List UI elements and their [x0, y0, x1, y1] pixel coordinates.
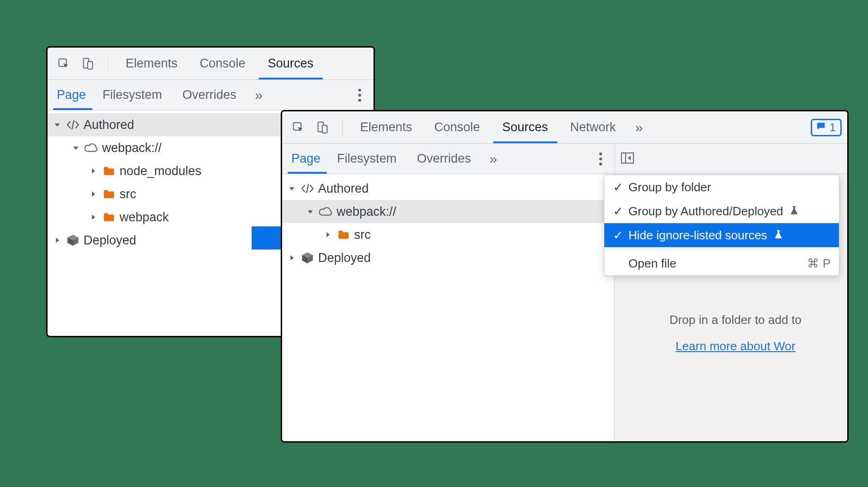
- svg-point-11: [599, 157, 602, 160]
- disclosure-closed-icon: [287, 253, 297, 263]
- disclosure-closed-icon: [52, 235, 62, 245]
- kebab-menu-icon[interactable]: [590, 148, 612, 170]
- tree-label: Authored: [84, 118, 134, 132]
- subtab-filesystem[interactable]: Filesystem: [92, 80, 172, 110]
- tab-network[interactable]: Network: [559, 111, 627, 143]
- tab-label: Sources: [268, 56, 313, 71]
- folder-icon: [102, 187, 116, 201]
- svg-rect-2: [88, 61, 93, 69]
- disclosure-open-icon: [287, 183, 297, 194]
- subtab-overrides[interactable]: Overrides: [172, 80, 247, 110]
- file-tree: Authored webpack:// src Deployed: [282, 174, 615, 441]
- speech-bubble-icon: [816, 121, 826, 134]
- tab-console[interactable]: Console: [189, 48, 257, 79]
- subtab-page[interactable]: Page: [53, 80, 92, 110]
- subtab-filesystem[interactable]: Filesystem: [327, 144, 407, 174]
- drop-hint-text: Drop in a folder to add to: [633, 313, 838, 327]
- device-toggle-icon[interactable]: [77, 53, 98, 74]
- tab-elements[interactable]: Elements: [115, 48, 189, 79]
- ctx-item-open-file[interactable]: Open file ⌘ P: [604, 251, 839, 275]
- more-tabs-icon[interactable]: »: [481, 152, 506, 166]
- inspect-icon[interactable]: [288, 117, 309, 138]
- tab-label: Elements: [126, 56, 178, 71]
- subtab-label: Filesystem: [337, 152, 397, 166]
- tab-label: Console: [200, 56, 246, 71]
- tab-label: Console: [434, 120, 480, 134]
- ctx-item-group-by-authored[interactable]: ✓ Group by Authored/Deployed: [604, 199, 839, 223]
- ctx-item-hide-ignore-listed[interactable]: ✓ Hide ignore-listed sources: [604, 223, 839, 247]
- kebab-menu-icon[interactable]: [349, 84, 371, 106]
- main-tabbar: Elements Console Sources Network » 1: [282, 111, 847, 144]
- link-text: Learn more about Wor: [675, 339, 796, 353]
- tree-label: webpack: [120, 210, 169, 225]
- tab-sources[interactable]: Sources: [491, 111, 559, 143]
- tab-console[interactable]: Console: [423, 111, 491, 143]
- ctx-label: Group by Authored/Deployed: [628, 204, 783, 219]
- tree-label: node_modules: [120, 164, 201, 178]
- disclosure-open-icon: [305, 207, 315, 217]
- main-tabbar: Elements Console Sources: [48, 48, 374, 80]
- svg-rect-9: [322, 125, 327, 133]
- subtab-label: Page: [291, 152, 320, 166]
- tab-label: Sources: [502, 120, 548, 134]
- experiment-flask-icon: [790, 204, 799, 219]
- svg-line-15: [307, 184, 308, 193]
- disclosure-open-icon: [71, 143, 81, 153]
- code-icon: [301, 182, 314, 195]
- disclosure-closed-icon: [88, 166, 98, 176]
- subtab-label: Overrides: [182, 88, 236, 102]
- disclosure-closed-icon: [323, 230, 333, 240]
- svg-point-3: [358, 89, 361, 91]
- tab-elements[interactable]: Elements: [349, 111, 423, 143]
- sources-subtabbar: Page Filesystem Overrides »: [282, 144, 615, 174]
- folder-icon: [337, 228, 350, 242]
- ctx-label: Hide ignore-listed sources: [628, 228, 767, 243]
- ctx-item-group-by-folder[interactable]: ✓ Group by folder: [604, 175, 839, 199]
- code-icon: [66, 118, 80, 132]
- editor-toolbar: [615, 144, 847, 174]
- check-icon: ✓: [613, 228, 624, 243]
- svg-point-10: [599, 152, 602, 155]
- tree-node-folder[interactable]: src: [282, 223, 614, 246]
- toggle-navigator-icon[interactable]: [621, 152, 634, 166]
- issues-badge[interactable]: 1: [811, 119, 842, 136]
- subtab-label: Overrides: [417, 152, 471, 166]
- separator: [342, 120, 343, 135]
- cloud-icon: [84, 141, 98, 155]
- svg-point-5: [358, 98, 361, 101]
- deploy-box-icon: [301, 251, 314, 265]
- tree-label: webpack://: [102, 141, 162, 155]
- subtab-page[interactable]: Page: [288, 144, 327, 174]
- tree-label: Deployed: [84, 233, 136, 248]
- context-menu: ✓ Group by folder ✓ Group by Authored/De…: [604, 175, 839, 276]
- separator: [604, 249, 839, 250]
- deploy-box-icon: [66, 233, 80, 247]
- disclosure-closed-icon: [88, 212, 98, 222]
- disclosure-closed-icon: [88, 189, 98, 199]
- more-tabs-icon[interactable]: »: [627, 121, 651, 134]
- subtab-label: Filesystem: [102, 88, 162, 102]
- inspect-icon[interactable]: [53, 53, 74, 74]
- folder-icon: [102, 164, 116, 178]
- ctx-label: Group by folder: [628, 180, 711, 195]
- tree-node-webpack[interactable]: webpack://: [282, 200, 614, 223]
- ctx-label: Open file: [628, 256, 676, 271]
- devtools-panel-after: Elements Console Sources Network » 1 Pag…: [281, 110, 849, 443]
- folder-icon: [102, 210, 116, 224]
- shortcut-label: ⌘ P: [807, 256, 831, 271]
- tab-sources[interactable]: Sources: [257, 48, 325, 79]
- subtab-overrides[interactable]: Overrides: [407, 144, 481, 174]
- tree-node-deployed[interactable]: Deployed: [282, 246, 614, 269]
- tree-label: Authored: [318, 182, 369, 196]
- learn-more-link[interactable]: Learn more about Wor: [675, 339, 796, 353]
- badge-count: 1: [830, 121, 836, 134]
- svg-point-12: [599, 162, 602, 165]
- tree-label: src: [120, 187, 136, 201]
- more-tabs-icon[interactable]: »: [247, 88, 271, 102]
- svg-point-4: [358, 93, 361, 96]
- tree-node-authored[interactable]: Authored: [282, 177, 614, 200]
- svg-rect-13: [621, 153, 633, 163]
- device-toggle-icon[interactable]: [312, 117, 333, 138]
- svg-line-6: [72, 121, 74, 129]
- sources-subtabbar: Page Filesystem Overrides »: [48, 80, 374, 110]
